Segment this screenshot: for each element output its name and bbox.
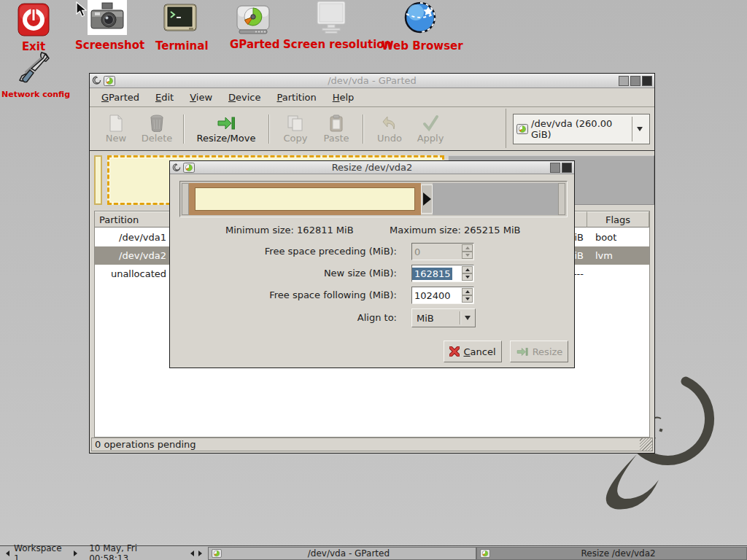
chevron-down-icon <box>465 254 470 257</box>
cancel-button-label: Cancel <box>463 346 495 357</box>
desktop-icon-network-config[interactable]: Network config <box>1 51 69 99</box>
field-label: Free space following (MiB): <box>178 289 397 300</box>
gparted-mini-icon <box>212 549 222 558</box>
desktop-icon-terminal[interactable]: Terminal <box>155 4 205 52</box>
toolbar-separator <box>506 109 506 148</box>
gparted-mini-icon <box>480 549 490 558</box>
field-label: New size (MiB): <box>178 268 397 279</box>
close-button[interactable] <box>562 163 572 173</box>
field-row-free-following: Free space following (MiB): 102400 <box>170 287 574 304</box>
desktop-icon-label: Screenshot <box>75 39 139 52</box>
menu-help[interactable]: Help <box>325 89 362 106</box>
minimize-button[interactable] <box>619 76 629 86</box>
new-button[interactable]: New <box>96 114 136 144</box>
clock: 10 May, Fri 00:58:13 <box>83 543 184 560</box>
status-text: 0 operations pending <box>95 439 196 450</box>
free-space-following-input[interactable]: 102400 <box>411 287 474 304</box>
menu-edit[interactable]: Edit <box>148 89 181 106</box>
partition-used-area <box>195 187 415 211</box>
resize-move-button[interactable]: Resize/Move <box>190 114 263 144</box>
column-header-partition[interactable]: Partition <box>95 211 171 228</box>
clock-text: 10 May, Fri 00:58:13 <box>89 543 178 560</box>
chevron-up-icon <box>465 246 470 249</box>
right-resize-handle[interactable] <box>421 184 433 214</box>
workspace-next-icon[interactable] <box>74 551 77 556</box>
workspace-prev-icon[interactable] <box>6 551 9 556</box>
paste-button[interactable]: Paste <box>316 114 357 144</box>
tool-label: Undo <box>369 133 410 144</box>
field-value: 0 <box>412 246 420 257</box>
workspace-switcher: Workspace 1 <box>0 543 83 560</box>
taskbar-item-gparted[interactable]: /dev/vda - GParted <box>208 547 477 560</box>
cancel-button[interactable]: Cancel <box>444 341 502 362</box>
taskbar-item-title: /dev/vda - GParted <box>225 548 473 559</box>
device-selector-dropdown[interactable] <box>632 117 646 141</box>
column-header-flags[interactable]: Flags <box>587 211 649 228</box>
maximize-button[interactable] <box>630 76 640 86</box>
resize-icon <box>516 346 529 357</box>
minimum-size-text: Minimum size: 162811 MiB <box>225 225 354 236</box>
apply-button[interactable]: Apply <box>410 114 451 144</box>
new-size-input[interactable]: 162815 <box>411 265 474 282</box>
spin-up-button[interactable] <box>462 288 473 295</box>
resize-slider-widget <box>179 181 568 217</box>
partition-name: unallocated <box>95 268 166 279</box>
device-selector-value: /dev/vda (260.00 GiB) <box>528 118 632 140</box>
flags-value: boot <box>595 232 642 243</box>
menu-view[interactable]: View <box>182 89 220 106</box>
copy-button[interactable]: Copy <box>275 114 316 144</box>
mouse-cursor <box>76 1 90 18</box>
device-selector[interactable]: /dev/vda (260.00 GiB) <box>513 114 650 144</box>
desktop-icon-label: Network config <box>1 90 69 99</box>
copy-icon <box>287 114 304 132</box>
menu-device[interactable]: Device <box>221 89 268 106</box>
menu-gparted[interactable]: GParted <box>94 89 147 106</box>
new-partition-icon <box>108 114 124 132</box>
menu-partition[interactable]: Partition <box>270 89 324 106</box>
toolbar-separator <box>268 114 269 144</box>
desktop-icon-label: GParted <box>230 38 276 51</box>
combobox-dropdown[interactable] <box>460 316 475 320</box>
unused-value: iB <box>574 250 584 261</box>
maximize-button[interactable] <box>550 163 560 173</box>
field-label: Free space preceding (MiB): <box>178 246 397 257</box>
resize-grip[interactable] <box>640 438 652 451</box>
partition-name: /dev/vda2 <box>95 250 166 261</box>
resize-move-icon <box>217 114 236 132</box>
right-edge-handle[interactable] <box>558 183 565 215</box>
spin-down-button[interactable] <box>462 295 473 303</box>
taskbar-item-resize-dialog[interactable]: Resize /dev/vda2 <box>476 547 747 560</box>
resize-confirm-button[interactable]: Resize <box>510 341 568 362</box>
undo-icon <box>381 114 398 132</box>
chevron-down-icon <box>465 316 471 320</box>
main-window-titlebar[interactable]: /dev/vda - GParted <box>90 74 654 88</box>
cancel-x-icon <box>449 346 460 357</box>
spin-down-button[interactable] <box>462 273 473 281</box>
delete-button[interactable]: Delete <box>136 114 177 144</box>
spinner[interactable] <box>462 266 473 281</box>
field-value-selected: 162815 <box>412 268 452 280</box>
align-to-combobox[interactable]: MiB <box>411 308 476 327</box>
spinner[interactable] <box>462 288 473 303</box>
apply-check-icon <box>422 114 439 132</box>
desktop-icon-gparted[interactable]: GParted <box>230 5 276 51</box>
desktop-icon-screen-resolution[interactable]: Screen resolution <box>283 1 379 51</box>
field-row-align-to: Align to: MiB <box>170 308 574 327</box>
left-resize-handle[interactable] <box>182 183 189 215</box>
close-button[interactable] <box>642 76 652 86</box>
resize-partition-area[interactable] <box>189 183 421 215</box>
partition-block-vda1[interactable] <box>94 155 102 205</box>
pager-next-icon[interactable] <box>198 551 202 556</box>
desktop-icon-exit[interactable]: Exit <box>13 3 54 53</box>
globe-icon <box>402 1 438 36</box>
resize-free-space-area[interactable] <box>433 183 558 215</box>
tool-label: Apply <box>410 133 451 144</box>
pager-prev-icon[interactable] <box>190 551 194 556</box>
desktop-icon-web-browser[interactable]: Web Browser <box>382 1 459 52</box>
dialog-titlebar[interactable]: Resize /dev/vda2 <box>170 161 574 174</box>
spin-up-button[interactable] <box>462 266 473 273</box>
field-value: 102400 <box>412 290 451 301</box>
undo-button[interactable]: Undo <box>369 114 410 144</box>
device-drive-icon <box>516 124 528 134</box>
menubar: GParted Edit View Device Partition Help <box>90 88 654 107</box>
